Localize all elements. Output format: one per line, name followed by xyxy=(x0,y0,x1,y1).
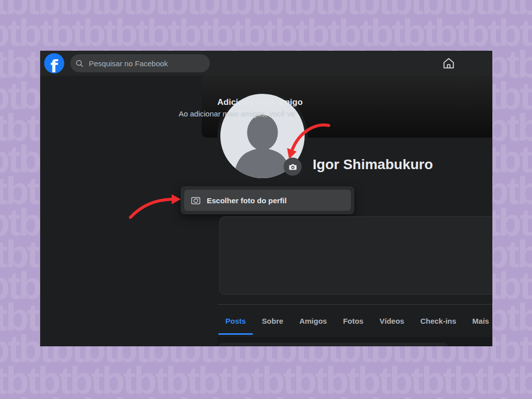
search-input[interactable] xyxy=(88,59,200,68)
search-icon xyxy=(75,59,84,68)
menu-item-choose-profile-photo[interactable]: Escolher foto do perfil xyxy=(184,190,351,211)
tab-sobre[interactable]: Sobre xyxy=(254,305,292,337)
add-friends-card xyxy=(219,216,492,295)
arrow-to-menu xyxy=(130,199,172,217)
tab-checkins[interactable]: Check-ins xyxy=(412,305,464,337)
profile-name: Igor Shimabukuro xyxy=(313,157,433,173)
tab-mais[interactable]: Mais xyxy=(464,305,492,337)
arrow-to-menu-head xyxy=(172,194,181,204)
camera-outline-icon xyxy=(190,195,201,206)
search-bar[interactable] xyxy=(70,54,210,72)
facebook-logo[interactable]: f xyxy=(44,53,64,73)
tab-posts[interactable]: Posts xyxy=(217,305,254,337)
tab-amigos[interactable]: Amigos xyxy=(291,305,335,337)
tab-fotos[interactable]: Fotos xyxy=(335,305,371,337)
facebook-logo-letter: f xyxy=(51,58,58,75)
profile-tabs: Posts Sobre Amigos Fotos Vídeos Check-in… xyxy=(217,304,492,337)
camera-filled-icon xyxy=(288,162,298,172)
pattern-row: tbtbtbtbtbtbtbtbtbtbtbtbtbtbtbtbtbtbtbtb… xyxy=(0,396,532,399)
home-icon xyxy=(442,56,456,70)
add-friends-title: Adicione mais amigo xyxy=(217,97,303,107)
change-profile-photo-button[interactable] xyxy=(284,158,302,176)
add-friends-subtitle: Ao adicionar mais amigos, você ve xyxy=(179,109,295,118)
facebook-window: f xyxy=(40,51,492,346)
posts-card-top xyxy=(218,343,448,346)
tab-videos[interactable]: Vídeos xyxy=(371,305,412,337)
home-tab[interactable] xyxy=(439,53,459,73)
menu-item-label: Escolher foto do perfil xyxy=(207,196,287,205)
top-nav-bar: f xyxy=(40,51,492,76)
profile-photo-menu: Escolher foto do perfil xyxy=(181,186,354,214)
